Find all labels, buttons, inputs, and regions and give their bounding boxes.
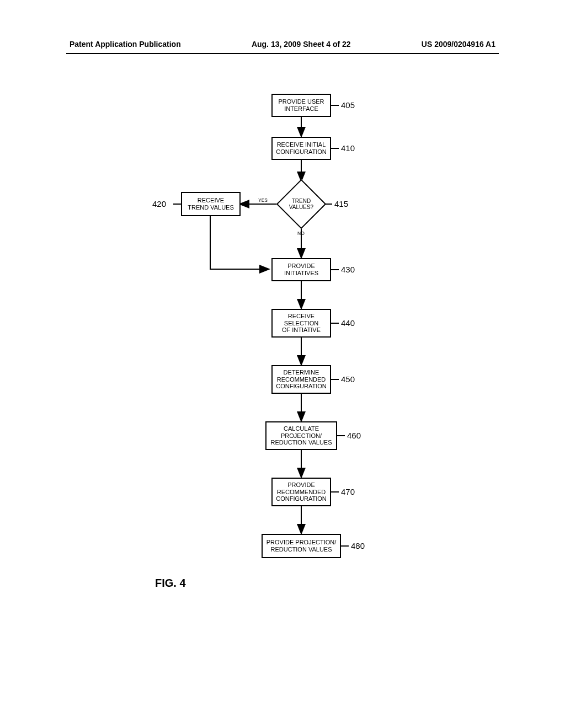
step-receive-trend-values: RECEIVE TREND VALUES	[181, 192, 241, 216]
ref-tick	[341, 545, 349, 547]
step-provide-projection-reduction-values: PROVIDE PROJECTION/ REDUCTION VALUES	[262, 534, 341, 558]
ref-480: 480	[351, 541, 365, 550]
patent-page: Patent Application Publication Aug. 13, …	[64, 33, 501, 598]
label-yes: YES	[258, 197, 268, 203]
ref-tick	[331, 379, 339, 380]
ref-440: 440	[341, 318, 355, 328]
step-provide-recommended-configuration: PROVIDE RECOMMENDED CONFIGURATION	[271, 478, 331, 506]
header-right: US 2009/0204916 A1	[422, 40, 495, 49]
ref-460: 460	[347, 431, 361, 440]
header-mid: Aug. 13, 2009 Sheet 4 of 22	[252, 40, 351, 49]
step-provide-initiatives: PROVIDE INITIATIVES	[271, 258, 331, 281]
ref-tick	[331, 105, 339, 106]
step-receive-selection-of-initiative: RECEIVE SELECTION OF INTIATIVE	[271, 309, 331, 338]
ref-tick	[337, 435, 345, 436]
header-rule	[66, 53, 499, 54]
ref-470: 470	[341, 487, 355, 496]
flowchart: PROVIDE USER INTERFACE 405 RECEIVE INITI…	[64, 94, 501, 590]
ref-tick	[331, 491, 339, 493]
ref-405: 405	[341, 100, 355, 110]
page-header: Patent Application Publication Aug. 13, …	[64, 33, 501, 53]
decision-trend-values: TREND VALUES?	[278, 180, 325, 228]
ref-430: 430	[341, 265, 355, 274]
step-receive-initial-configuration: RECEIVE INITIAL CONFIGURATION	[271, 137, 331, 160]
step-calculate-projection-reduction-values: CALCULATE PROJECTION/ REDUCTION VALUES	[265, 421, 337, 450]
ref-tick	[331, 148, 339, 149]
ref-420: 420	[152, 199, 166, 208]
header-left: Patent Application Publication	[70, 40, 181, 49]
label-no: NO	[297, 231, 305, 236]
figure-label: FIG. 4	[155, 577, 186, 590]
ref-415: 415	[334, 199, 348, 208]
ref-tick	[324, 204, 332, 205]
ref-410: 410	[341, 143, 355, 153]
ref-450: 450	[341, 374, 355, 384]
step-provide-user-interface: PROVIDE USER INTERFACE	[271, 94, 331, 117]
decision-text: TREND VALUES?	[278, 180, 325, 228]
step-determine-recommended-configuration: DETERMINE RECOMMENDED CONFIGURATION	[271, 365, 331, 394]
ref-tick	[331, 323, 339, 324]
ref-tick	[173, 204, 181, 205]
ref-tick	[331, 269, 339, 270]
